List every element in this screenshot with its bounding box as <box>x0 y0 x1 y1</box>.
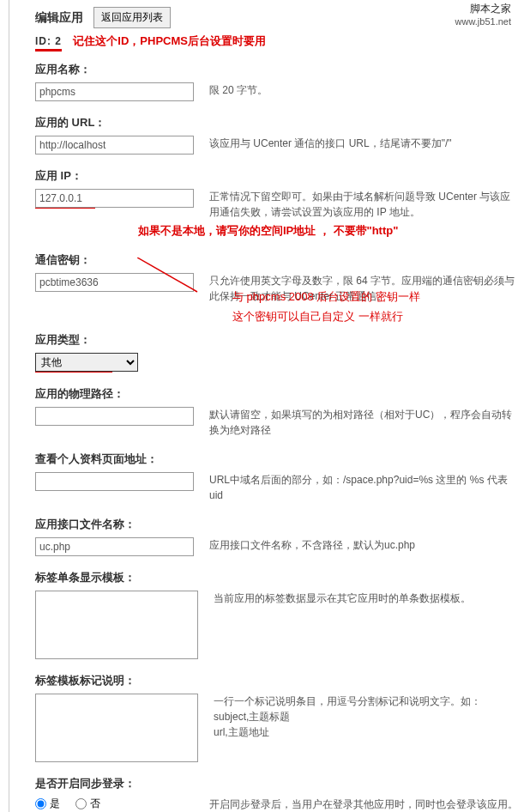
apifile-help: 应用接口文件名称，不含路径，默认为uc.php <box>209 537 518 553</box>
synclogin-no[interactable]: 否 <box>75 797 100 811</box>
secret-input[interactable] <box>35 273 194 292</box>
app-url-input[interactable] <box>35 136 194 155</box>
tagdesc-label: 标签模板标记说明： <box>35 673 518 688</box>
app-type-label: 应用类型： <box>35 332 518 348</box>
app-ip-label: 应用 IP： <box>35 168 518 184</box>
app-name-label: 应用名称： <box>35 62 518 77</box>
app-ip-input[interactable] <box>35 189 194 208</box>
secret-note-2: 这个密钥可以自己自定义 一样就行 <box>232 306 518 326</box>
app-name-help: 限 20 字节。 <box>209 82 518 98</box>
tagtpl-help: 当前应用的标签数据显示在其它应用时的单条数据模板。 <box>214 591 518 606</box>
app-ip-help: 正常情况下留空即可。如果由于域名解析问题导致 UCenter 与该应用通信失败，… <box>209 189 518 220</box>
tagdesc-textarea[interactable] <box>35 694 198 762</box>
synclogin-yes[interactable]: 是 <box>35 797 60 811</box>
profile-input[interactable] <box>35 472 194 491</box>
synclogin-help: 开启同步登录后，当用户在登录其他应用时，同时也会登录该应用。 <box>209 797 518 812</box>
app-id-label: ID: 2 <box>35 35 62 52</box>
phy-path-label: 应用的物理路径： <box>35 386 518 402</box>
app-url-help: 该应用与 UCenter 通信的接口 URL，结尾请不要加"/" <box>209 136 518 151</box>
tagtpl-textarea[interactable] <box>35 591 198 659</box>
phy-path-input[interactable] <box>35 407 194 426</box>
tagdesc-help: 一行一个标记说明条目，用逗号分割标记和说明文字。如： subject,主题标题 … <box>214 694 518 740</box>
id-annotation: 记住这个ID，PHPCMS后台设置时要用 <box>73 34 266 47</box>
secret-label: 通信密钥： <box>35 252 518 268</box>
apifile-label: 应用接口文件名称： <box>35 517 518 532</box>
watermark-url: www.jb51.net <box>455 16 511 27</box>
app-name-input[interactable] <box>35 82 194 101</box>
profile-label: 查看个人资料页面地址： <box>35 451 518 467</box>
page-title: 编辑应用 <box>35 10 83 26</box>
apifile-input[interactable] <box>35 537 194 556</box>
back-button[interactable]: 返回应用列表 <box>93 7 171 28</box>
tagtpl-label: 标签单条显示模板： <box>35 570 518 585</box>
synclogin-label: 是否开启同步登录： <box>35 776 518 791</box>
watermark-top: 脚本之家 www.jb51.net <box>455 2 511 27</box>
app-type-select[interactable]: 其他 <box>35 353 138 372</box>
profile-help: URL中域名后面的部分，如：/space.php?uid=%s 这里的 %s 代… <box>209 472 518 503</box>
ip-annotation: 如果不是本地，请写你的空间IP地址 ， 不要带"http" <box>138 223 518 239</box>
phy-path-help: 默认请留空，如果填写的为相对路径（相对于UC），程序会自动转换为绝对路径 <box>209 407 518 438</box>
app-url-label: 应用的 URL： <box>35 115 518 130</box>
watermark-name: 脚本之家 <box>455 2 511 16</box>
